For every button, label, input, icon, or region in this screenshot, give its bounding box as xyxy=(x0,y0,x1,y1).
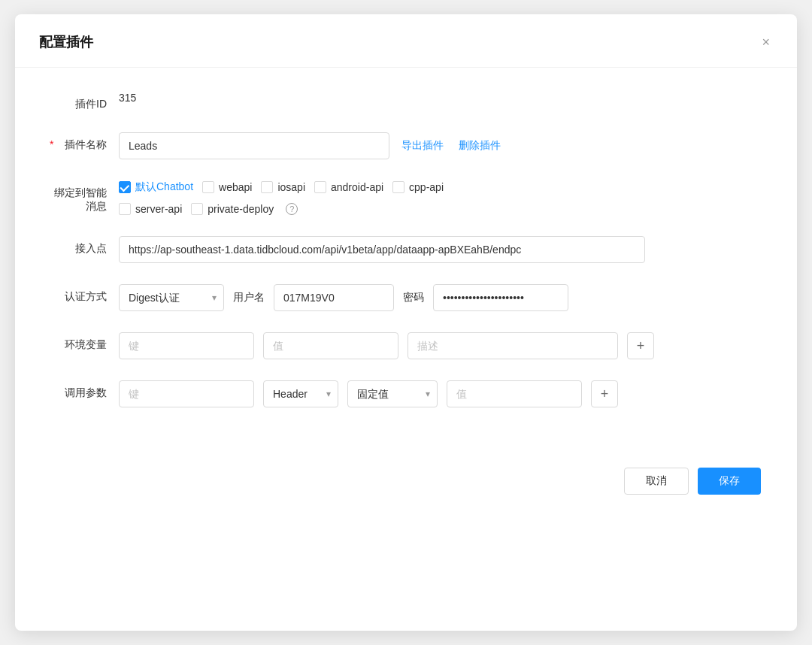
add-call-param-button[interactable]: + xyxy=(591,380,618,407)
call-params-label: 调用参数 xyxy=(51,380,119,400)
bind-message-content: 默认Chatbot webapi iosapi an xyxy=(119,180,761,215)
endpoint-label: 接入点 xyxy=(51,236,119,256)
plugin-name-label: 插件名称 xyxy=(51,132,119,152)
checkbox-default-chatbot[interactable]: 默认Chatbot xyxy=(119,180,193,194)
bind-message-row: 绑定到智能消息 默认Chatbot webapi xyxy=(51,180,761,215)
checkbox-cpp-api[interactable]: cpp-api xyxy=(392,181,444,193)
endpoint-row: 接入点 xyxy=(51,236,761,263)
env-vars-row: 环境变量 + xyxy=(51,332,761,359)
checkbox-label-default-chatbot: 默认Chatbot xyxy=(135,180,193,194)
plugin-name-row: 插件名称 导出插件 删除插件 xyxy=(51,132,761,159)
dialog-header: 配置插件 × xyxy=(15,14,797,68)
configure-plugin-dialog: 配置插件 × 插件ID 315 插件名称 导出插件 删除插件 绑定到智能消息 xyxy=(15,14,797,631)
dialog-body: 插件ID 315 插件名称 导出插件 删除插件 绑定到智能消息 xyxy=(15,68,797,453)
plugin-id-content: 315 xyxy=(119,92,761,104)
call-key-input[interactable] xyxy=(119,380,254,407)
checkbox-icon-cpp-api xyxy=(392,181,404,193)
call-params-row: 调用参数 Header Body Query 固定值 动态值 xyxy=(51,380,761,407)
call-header-select[interactable]: Header Body Query xyxy=(263,380,338,407)
username-input[interactable] xyxy=(274,284,394,311)
call-type-wrapper: 固定值 动态值 xyxy=(347,380,438,407)
checkbox-icon-webapi xyxy=(202,181,214,193)
export-plugin-button[interactable]: 导出插件 xyxy=(398,139,447,153)
delete-plugin-button[interactable]: 删除插件 xyxy=(456,139,504,153)
checkbox-private-deploy[interactable]: private-deploy xyxy=(191,203,274,215)
call-header-wrapper: Header Body Query xyxy=(263,380,338,407)
checkbox-label-iosapi: iosapi xyxy=(277,181,305,193)
plugin-id-label: 插件ID xyxy=(51,92,119,111)
env-desc-input[interactable] xyxy=(408,332,618,359)
bind-options-row2: server-api private-deploy ? xyxy=(119,203,298,215)
checkbox-label-android-api: android-api xyxy=(331,181,383,193)
dialog-title: 配置插件 xyxy=(39,33,93,51)
auth-label: 认证方式 xyxy=(51,284,119,304)
call-type-select[interactable]: 固定值 动态值 xyxy=(347,380,438,407)
auth-method-wrapper: Digest认证 Basic认证 无认证 xyxy=(119,284,224,311)
bind-options-row1: 默认Chatbot webapi iosapi an xyxy=(119,180,444,194)
env-value-input[interactable] xyxy=(263,332,398,359)
endpoint-input[interactable] xyxy=(119,236,645,263)
help-icon[interactable]: ? xyxy=(286,203,298,215)
checkbox-iosapi[interactable]: iosapi xyxy=(261,181,305,193)
password-input[interactable] xyxy=(433,284,568,311)
save-button[interactable]: 保存 xyxy=(698,468,761,495)
checkbox-icon-server-api xyxy=(119,203,131,215)
checkbox-webapi[interactable]: webapi xyxy=(202,181,252,193)
plugin-id-row: 插件ID 315 xyxy=(51,92,761,111)
bind-message-label: 绑定到智能消息 xyxy=(51,180,119,213)
env-vars-label: 环境变量 xyxy=(51,332,119,352)
plugin-id-value: 315 xyxy=(119,92,136,104)
add-env-var-button[interactable]: + xyxy=(627,332,654,359)
checkbox-icon-android-api xyxy=(314,181,326,193)
password-label: 密码 xyxy=(403,291,424,304)
checkbox-label-webapi: webapi xyxy=(219,181,252,193)
username-label: 用户名 xyxy=(233,291,265,304)
plugin-name-input[interactable] xyxy=(119,132,389,159)
dialog-footer: 取消 保存 xyxy=(15,453,797,519)
checkbox-icon-private-deploy xyxy=(191,203,203,215)
checkbox-icon-default-chatbot xyxy=(119,181,131,193)
checkbox-server-api[interactable]: server-api xyxy=(119,203,182,215)
close-button[interactable]: × xyxy=(759,32,773,52)
env-vars-content: + xyxy=(119,332,761,359)
call-params-content: Header Body Query 固定值 动态值 + xyxy=(119,380,761,407)
endpoint-content xyxy=(119,236,761,263)
env-key-input[interactable] xyxy=(119,332,254,359)
checkbox-label-cpp-api: cpp-api xyxy=(409,181,444,193)
auth-row: 认证方式 Digest认证 Basic认证 无认证 用户名 密码 xyxy=(51,284,761,311)
auth-method-select[interactable]: Digest认证 Basic认证 无认证 xyxy=(119,284,224,311)
plugin-name-content: 导出插件 删除插件 xyxy=(119,132,761,159)
checkbox-icon-iosapi xyxy=(261,181,273,193)
checkbox-label-server-api: server-api xyxy=(135,203,182,215)
checkbox-android-api[interactable]: android-api xyxy=(314,181,383,193)
cancel-button[interactable]: 取消 xyxy=(624,468,689,495)
checkbox-label-private-deploy: private-deploy xyxy=(208,203,274,215)
auth-content: Digest认证 Basic认证 无认证 用户名 密码 xyxy=(119,284,761,311)
call-value-input[interactable] xyxy=(447,380,582,407)
